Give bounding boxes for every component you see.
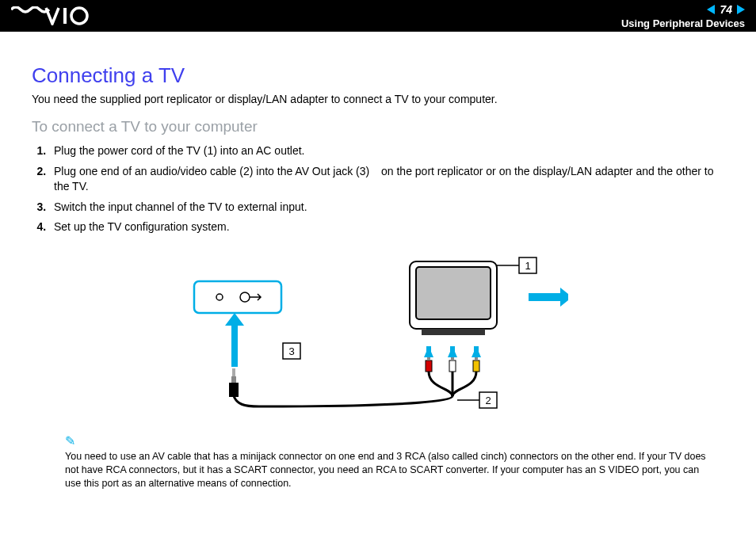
svg-rect-18: [427, 357, 430, 360]
svg-point-1: [71, 8, 87, 24]
svg-rect-20: [475, 357, 478, 360]
page-title: Connecting a TV: [32, 63, 724, 88]
arrow-right-power: [529, 288, 568, 307]
svg-rect-25: [232, 368, 235, 376]
svg-rect-3: [416, 267, 491, 319]
svg-rect-4: [422, 329, 485, 335]
pencil-note-icon: ✎: [65, 433, 708, 448]
callout-1: 1: [525, 260, 530, 272]
steps-list: Plug the power cord of the TV (1) into a…: [32, 143, 724, 235]
callout-2: 2: [485, 395, 491, 406]
svg-rect-15: [426, 360, 432, 372]
page-content: Connecting a TV You need the supplied po…: [0, 32, 756, 506]
header-bar: 74 Using Peripheral Devices: [0, 0, 756, 32]
callout-3: 3: [288, 345, 294, 357]
step-item: Plug one end of an audio/video cable (2)…: [49, 164, 724, 195]
svg-rect-12: [450, 346, 455, 357]
next-page-icon[interactable]: [737, 5, 745, 14]
svg-rect-0: [63, 8, 67, 24]
step-item: Plug the power cord of the TV (1) into a…: [49, 143, 724, 159]
svg-rect-19: [451, 357, 454, 360]
vaio-logo: [11, 6, 98, 25]
subheading: To connect a TV to your computer: [32, 118, 724, 135]
svg-rect-14: [474, 346, 479, 357]
intro-text: You need the supplied port replicator or…: [32, 93, 724, 105]
header-right: 74 Using Peripheral Devices: [621, 3, 745, 29]
svg-marker-27: [225, 313, 244, 326]
svg-rect-23: [229, 383, 239, 397]
svg-rect-10: [426, 346, 431, 357]
page-navigator: 74: [707, 3, 745, 16]
note-block: ✎ You need to use an AV cable that has a…: [32, 433, 724, 490]
section-title: Using Peripheral Devices: [621, 17, 745, 29]
svg-rect-17: [473, 360, 479, 372]
step-item: Set up the TV configuration system.: [49, 219, 724, 235]
connection-diagram: 1: [188, 250, 568, 419]
step-item: Switch the input channel of the TV to ex…: [49, 200, 724, 216]
svg-rect-24: [231, 376, 236, 383]
prev-page-icon[interactable]: [707, 5, 715, 14]
page-number: 74: [720, 3, 732, 16]
svg-rect-28: [194, 281, 281, 313]
svg-rect-16: [449, 360, 456, 372]
svg-rect-26: [231, 326, 238, 367]
note-text: You need to use an AV cable that has a m…: [65, 450, 708, 490]
